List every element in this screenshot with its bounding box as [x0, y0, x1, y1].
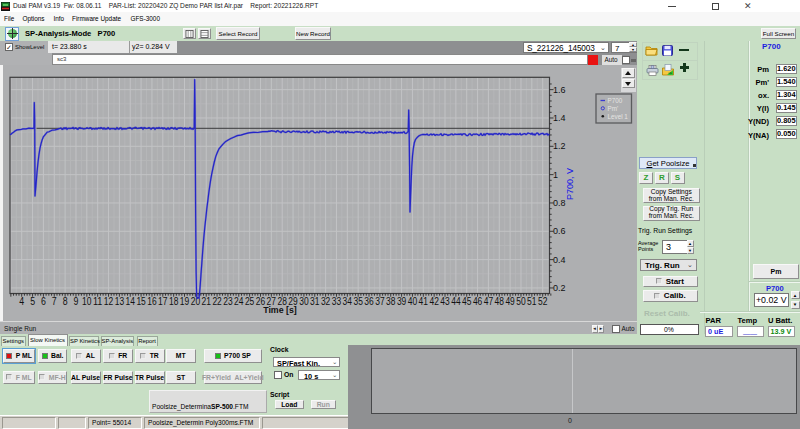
svg-text:0.8: 0.8	[553, 198, 566, 208]
svg-text:8: 8	[63, 296, 68, 307]
svg-text:1.4: 1.4	[553, 113, 566, 123]
svg-text:48: 48	[495, 296, 505, 307]
svg-text:42: 42	[430, 296, 440, 307]
svg-text:35: 35	[354, 296, 364, 307]
svg-text:25: 25	[245, 296, 255, 307]
svg-text:11: 11	[93, 296, 103, 307]
svg-text:14: 14	[126, 296, 136, 307]
svg-text:12: 12	[104, 296, 114, 307]
svg-text:4: 4	[19, 296, 24, 307]
svg-text:24: 24	[234, 296, 244, 307]
svg-text:47: 47	[484, 296, 494, 307]
svg-text:0.4: 0.4	[553, 255, 566, 265]
svg-text:18: 18	[169, 296, 179, 307]
svg-text:45: 45	[462, 296, 472, 307]
svg-text:Pm': Pm'	[608, 105, 619, 112]
svg-text:6: 6	[41, 296, 46, 307]
svg-text:41: 41	[419, 296, 429, 307]
svg-text:32: 32	[321, 296, 331, 307]
svg-text:34: 34	[343, 296, 353, 307]
svg-text:39: 39	[397, 296, 407, 307]
svg-text:31: 31	[310, 296, 320, 307]
svg-text:1.6: 1.6	[553, 85, 566, 95]
svg-text:21: 21	[202, 296, 212, 307]
svg-text:33: 33	[332, 296, 342, 307]
svg-text:49: 49	[505, 296, 515, 307]
svg-text:9: 9	[74, 296, 79, 307]
svg-text:40: 40	[408, 296, 418, 307]
svg-text:19: 19	[180, 296, 190, 307]
svg-text:36: 36	[364, 296, 374, 307]
svg-text:7: 7	[52, 296, 57, 307]
svg-text:0.2: 0.2	[553, 283, 566, 293]
svg-text:51: 51	[527, 296, 537, 307]
svg-text:43: 43	[440, 296, 450, 307]
svg-text:1: 1	[553, 170, 558, 180]
svg-text:38: 38	[386, 296, 396, 307]
svg-text:Level 1: Level 1	[608, 113, 629, 120]
svg-text:Time [s]: Time [s]	[263, 305, 297, 315]
svg-text:50: 50	[516, 296, 526, 307]
svg-text:15: 15	[136, 296, 146, 307]
svg-text:30: 30	[299, 296, 309, 307]
svg-text:5: 5	[30, 296, 35, 307]
svg-text:17: 17	[158, 296, 168, 307]
svg-text:0.6: 0.6	[553, 226, 566, 236]
svg-text:23: 23	[223, 296, 233, 307]
svg-text:10: 10	[82, 296, 92, 307]
svg-text:P700: P700	[608, 97, 623, 104]
svg-text:1.2: 1.2	[553, 141, 566, 151]
svg-text:13: 13	[115, 296, 125, 307]
svg-text:37: 37	[375, 296, 385, 307]
svg-text:16: 16	[147, 296, 157, 307]
svg-text:44: 44	[451, 296, 461, 307]
svg-text:P700, V: P700, V	[565, 168, 575, 200]
svg-text:52: 52	[538, 296, 548, 307]
svg-text:22: 22	[212, 296, 222, 307]
svg-text:46: 46	[473, 296, 483, 307]
